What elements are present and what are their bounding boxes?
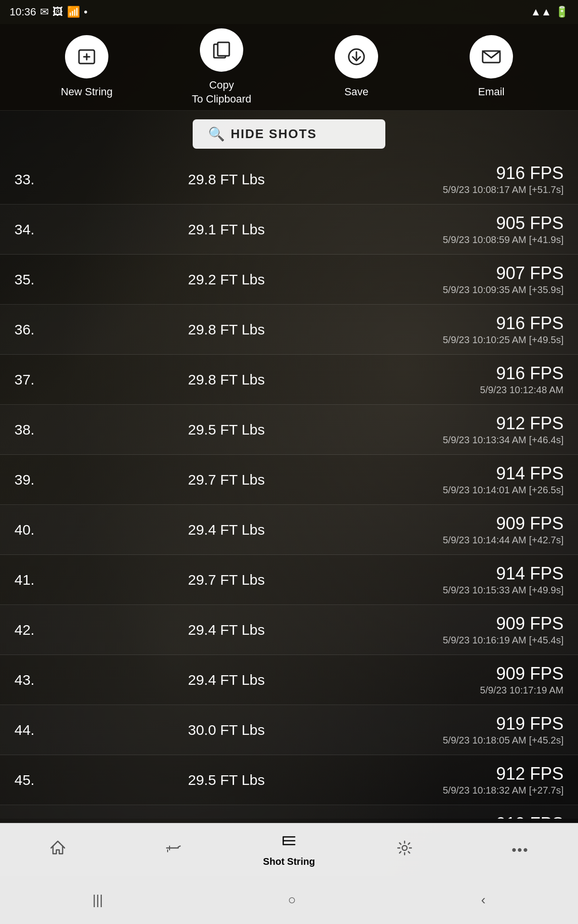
shot-fps: 919 FPS: [400, 714, 564, 734]
shot-timestamp: 5/9/23 10:08:59 AM [+41.9s]: [400, 234, 564, 245]
shot-timestamp: 5/9/23 10:18:05 AM [+45.2s]: [400, 735, 564, 746]
more-icon: •••: [512, 842, 528, 858]
shot-right: 909 FPS 5/9/23 10:16:19 AM [+45.4s]: [400, 614, 564, 646]
table-row[interactable]: 45. 29.5 FT Lbs 912 FPS 5/9/23 10:18:32 …: [0, 755, 578, 805]
toolbar: New String CopyTo Clipboard Save: [0, 24, 578, 111]
nav-shot-string-label: Shot String: [263, 856, 315, 867]
shot-energy: 29.7 FT Lbs: [53, 572, 400, 588]
nav-settings[interactable]: [371, 839, 438, 860]
shot-timestamp: 5/9/23 10:14:01 AM [+26.5s]: [400, 485, 564, 496]
table-row[interactable]: 41. 29.7 FT Lbs 914 FPS 5/9/23 10:15:33 …: [0, 555, 578, 605]
shot-fps: 914 FPS: [400, 463, 564, 484]
shot-timestamp: 5/9/23 10:16:19 AM [+45.4s]: [400, 635, 564, 646]
table-row[interactable]: 34. 29.1 FT Lbs 905 FPS 5/9/23 10:08:59 …: [0, 205, 578, 255]
svg-point-16: [402, 846, 407, 850]
shot-right: 912 FPS 5/9/23 10:18:32 AM [+27.7s]: [400, 764, 564, 796]
shot-fps: 912 FPS: [400, 413, 564, 434]
shot-number: 41.: [14, 572, 53, 588]
shot-energy: 29.5 FT Lbs: [53, 772, 400, 788]
back-button[interactable]: ‹: [462, 887, 505, 912]
save-button[interactable]: Save: [323, 35, 390, 99]
svg-rect-4: [218, 42, 229, 56]
shot-right: 914 FPS 5/9/23 10:15:33 AM [+49.9s]: [400, 564, 564, 596]
table-row[interactable]: 43. 29.4 FT Lbs 909 FPS 5/9/23 10:17:19 …: [0, 655, 578, 705]
shot-energy: 29.5 FT Lbs: [53, 422, 400, 438]
mail-icon: ✉: [40, 6, 49, 18]
shot-energy: 29.4 FT Lbs: [53, 522, 400, 538]
wifi-icon: ▲▲: [530, 6, 552, 18]
battery-icon: 🔋: [555, 6, 568, 18]
shot-number: 40.: [14, 522, 53, 538]
shot-timestamp: 5/9/23 10:18:32 AM [+27.7s]: [400, 785, 564, 796]
table-row[interactable]: 33. 29.8 FT Lbs 916 FPS 5/9/23 10:08:17 …: [0, 154, 578, 205]
shot-energy: 29.1 FT Lbs: [53, 221, 400, 238]
table-row[interactable]: 42. 29.4 FT Lbs 909 FPS 5/9/23 10:16:19 …: [0, 605, 578, 655]
rifle-icon: [165, 839, 182, 860]
shot-number: 39.: [14, 472, 53, 488]
nav-more[interactable]: •••: [486, 842, 554, 858]
shot-fps: 914 FPS: [400, 564, 564, 584]
nav-shot-string[interactable]: Shot String: [255, 832, 323, 867]
home-icon: [49, 839, 66, 860]
shot-string-icon: [280, 832, 298, 853]
shot-right: 919 FPS 5/9/23 10:19:07 AM [+34.9s]: [400, 814, 564, 819]
shot-number: 34.: [14, 221, 53, 238]
status-time: 10:36: [10, 6, 36, 18]
table-row[interactable]: 39. 29.7 FT Lbs 914 FPS 5/9/23 10:14:01 …: [0, 455, 578, 505]
table-row[interactable]: 37. 29.8 FT Lbs 916 FPS 5/9/23 10:12:48 …: [0, 355, 578, 405]
new-string-button[interactable]: New String: [53, 35, 120, 99]
nav-home[interactable]: [24, 839, 92, 860]
table-row[interactable]: 40. 29.4 FT Lbs 909 FPS 5/9/23 10:14:44 …: [0, 505, 578, 555]
email-button[interactable]: Email: [458, 35, 525, 99]
shot-energy: 30.0 FT Lbs: [53, 722, 400, 738]
photos-icon: 🖼: [53, 6, 63, 18]
table-row[interactable]: 38. 29.5 FT Lbs 912 FPS 5/9/23 10:13:34 …: [0, 405, 578, 455]
email-icon: [470, 35, 513, 78]
table-row[interactable]: 35. 29.2 FT Lbs 907 FPS 5/9/23 10:09:35 …: [0, 255, 578, 305]
shot-fps: 907 FPS: [400, 263, 564, 283]
hide-shots-button[interactable]: 🔍 HIDE SHOTS: [193, 119, 385, 149]
copy-clipboard-button[interactable]: CopyTo Clipboard: [188, 28, 255, 106]
shot-right: 919 FPS 5/9/23 10:18:05 AM [+45.2s]: [400, 714, 564, 746]
shot-right: 914 FPS 5/9/23 10:14:01 AM [+26.5s]: [400, 463, 564, 496]
status-bar: 10:36 ✉ 🖼 📶 • ▲▲ 🔋: [0, 0, 578, 24]
home-button[interactable]: ○: [269, 887, 315, 912]
shot-right: 912 FPS 5/9/23 10:13:34 AM [+46.4s]: [400, 413, 564, 446]
signal-icon: 📶: [67, 6, 80, 18]
shot-number: 45.: [14, 772, 53, 788]
search-bar-container: 🔍 HIDE SHOTS: [0, 111, 578, 154]
shot-fps: 909 FPS: [400, 664, 564, 684]
nav-rifle[interactable]: [140, 839, 207, 860]
shot-energy: 29.8 FT Lbs: [53, 372, 400, 388]
email-label: Email: [478, 85, 504, 99]
shot-timestamp: 5/9/23 10:12:48 AM: [400, 385, 564, 396]
save-label: Save: [344, 85, 368, 99]
shot-number: 37.: [14, 372, 53, 388]
shot-energy: 29.7 FT Lbs: [53, 472, 400, 488]
shot-energy: 29.4 FT Lbs: [53, 622, 400, 638]
new-string-label: New String: [61, 85, 113, 99]
table-row[interactable]: 44. 30.0 FT Lbs 919 FPS 5/9/23 10:18:05 …: [0, 705, 578, 755]
save-icon: [335, 35, 378, 78]
new-string-icon: [65, 35, 108, 78]
copy-clipboard-label: CopyTo Clipboard: [192, 78, 251, 106]
shot-fps: 916 FPS: [400, 163, 564, 183]
shot-fps: 905 FPS: [400, 213, 564, 233]
status-right: ▲▲ 🔋: [530, 6, 568, 18]
shot-right: 909 FPS 5/9/23 10:17:19 AM: [400, 664, 564, 696]
shot-energy: 29.8 FT Lbs: [53, 321, 400, 338]
dot-icon: •: [84, 6, 88, 18]
bottom-nav: Shot String •••: [0, 823, 578, 876]
shot-number: 36.: [14, 321, 53, 338]
shot-right: 916 FPS 5/9/23 10:10:25 AM [+49.5s]: [400, 313, 564, 346]
search-icon: 🔍: [208, 126, 225, 142]
shot-timestamp: 5/9/23 10:08:17 AM [+51.7s]: [400, 184, 564, 195]
table-row[interactable]: 36. 29.8 FT Lbs 916 FPS 5/9/23 10:10:25 …: [0, 305, 578, 355]
table-row[interactable]: 46. 30.0 FT Lbs 919 FPS 5/9/23 10:19:07 …: [0, 805, 578, 819]
hide-shots-label: HIDE SHOTS: [231, 127, 317, 141]
recent-apps-button[interactable]: |||: [73, 887, 122, 912]
shot-fps: 909 FPS: [400, 614, 564, 634]
svg-line-11: [178, 846, 180, 847]
shot-right: 907 FPS 5/9/23 10:09:35 AM [+35.9s]: [400, 263, 564, 295]
shot-number: 44.: [14, 722, 53, 738]
